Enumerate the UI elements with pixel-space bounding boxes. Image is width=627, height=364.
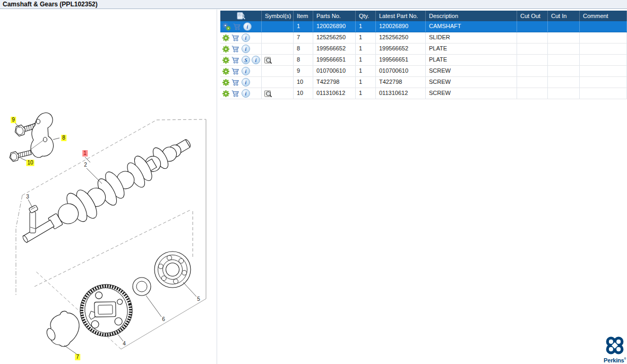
page-title: Camshaft & Gears (PPL102352) xyxy=(0,0,627,9)
info-icon[interactable]: i xyxy=(252,56,260,64)
cell-cut_out xyxy=(517,44,548,54)
app-window: Camshaft & Gears (PPL102352) xyxy=(0,0,627,364)
gear-icon[interactable] xyxy=(222,90,229,97)
cell-cut_out xyxy=(517,21,548,32)
info-icon[interactable]: i xyxy=(242,33,250,42)
cart-icon[interactable] xyxy=(231,79,240,86)
cart-icon[interactable] xyxy=(231,56,240,64)
perkins-logo: Perkins® xyxy=(603,335,626,363)
cart-icon[interactable] xyxy=(231,34,240,41)
parts-table-body: i11200268901120026890CAMSHAFTi7125256250… xyxy=(220,21,627,99)
info-icon[interactable]: i xyxy=(242,78,250,86)
cell-comment xyxy=(580,66,627,76)
cell-cut_in xyxy=(548,55,580,65)
cell-icons: i xyxy=(220,66,262,76)
cell-parts_no: 199566652 xyxy=(313,44,356,54)
cell-item: 9 xyxy=(294,66,313,76)
cell-cut_in xyxy=(548,88,580,99)
table-row[interactable]: i71252562501125256250SLIDER xyxy=(220,32,627,44)
parts-table: Symbol(s)ItemParts No.Qty.Latest Part No… xyxy=(220,11,627,99)
table-row[interactable]: i81995666521199566652PLATE xyxy=(220,44,627,55)
book-magnifier-icon[interactable] xyxy=(264,90,273,98)
cell-description: SCREW xyxy=(426,66,517,76)
cart-icon[interactable] xyxy=(231,90,240,97)
table-row[interactable]: i100113106121011310612SCREW xyxy=(220,88,627,99)
diagram-callout-9[interactable]: 9 xyxy=(11,117,16,123)
cell-parts_no: 120026890 xyxy=(313,21,356,32)
info-icon[interactable]: i xyxy=(242,45,250,53)
cell-symbol xyxy=(262,32,294,43)
info-icon[interactable]: i xyxy=(243,22,252,31)
cell-cut_out xyxy=(517,32,548,43)
cell-item: 10 xyxy=(294,77,313,88)
cell-latest_part_no: T422798 xyxy=(376,77,426,88)
info-icon[interactable]: i xyxy=(242,67,250,75)
cell-qty: 1 xyxy=(356,55,376,65)
table-row[interactable]: Si81995666511199566651PLATE xyxy=(220,55,627,66)
cell-item: 8 xyxy=(294,55,313,65)
cell-cut_in xyxy=(548,66,580,76)
cart-icon[interactable] xyxy=(231,67,240,75)
column-header-symbol: Symbol(s) xyxy=(262,11,294,21)
cell-symbol xyxy=(262,55,294,65)
gear-icon[interactable] xyxy=(222,68,229,75)
diagram-callout-10[interactable]: 10 xyxy=(26,160,34,166)
cell-icons: i xyxy=(220,77,262,88)
table-row[interactable]: i11200268901120026890CAMSHAFT xyxy=(220,21,627,32)
gear-icon[interactable] xyxy=(222,34,229,41)
cell-parts_no: 199566651 xyxy=(313,55,356,65)
gear-icon[interactable] xyxy=(222,79,229,86)
parts-diagram[interactable]: 98101237465 xyxy=(0,10,217,364)
cell-cut_out xyxy=(517,88,548,99)
diagram-callout-7[interactable]: 7 xyxy=(75,354,80,360)
column-header-qty: Qty. xyxy=(356,11,376,21)
diagram-callout-8[interactable]: 8 xyxy=(61,135,66,141)
cell-symbol xyxy=(262,44,294,54)
cell-icons: Si xyxy=(220,55,262,65)
column-header-item: Item xyxy=(294,11,313,21)
cell-icons: i xyxy=(220,21,262,32)
column-header-latest_part_no: Latest Part No. xyxy=(376,11,426,21)
cell-latest_part_no: 199566652 xyxy=(376,44,426,54)
diagram-callout-1[interactable]: 1 xyxy=(82,150,88,157)
cart-icon[interactable] xyxy=(233,23,242,30)
slider-drawing xyxy=(49,311,79,346)
column-header-comment: Comment xyxy=(580,11,627,21)
book-magnifier-icon[interactable] xyxy=(264,56,273,64)
keyway-drawing xyxy=(30,212,36,233)
cell-cut_in xyxy=(548,44,580,54)
cell-qty: 1 xyxy=(356,21,376,32)
cell-item: 7 xyxy=(294,32,313,43)
table-row[interactable]: i90107006101010700610SCREW xyxy=(220,66,627,77)
cart-icon[interactable] xyxy=(231,45,240,53)
diagram-callout-2[interactable]: 2 xyxy=(83,162,88,168)
panel-splitter[interactable] xyxy=(217,10,217,364)
gears-icon[interactable] xyxy=(222,23,231,31)
diagram-callout-3[interactable]: 3 xyxy=(25,194,30,200)
table-row[interactable]: i10T4227981T422798SCREW xyxy=(220,77,627,88)
column-header-parts_no: Parts No. xyxy=(313,11,356,21)
column-header-cut_out: Cut Out xyxy=(517,11,548,21)
cell-parts_no: 011310612 xyxy=(313,88,356,99)
diagram-callout-4[interactable]: 4 xyxy=(122,341,127,347)
cell-item: 8 xyxy=(294,44,313,54)
cell-latest_part_no: 120026890 xyxy=(376,21,426,32)
info-icon[interactable]: i xyxy=(242,89,250,98)
substitute-icon[interactable]: S xyxy=(242,56,250,64)
cell-symbol xyxy=(262,88,294,99)
plate-drawing xyxy=(31,113,54,158)
cell-icons: i xyxy=(220,32,262,43)
bearing-drawing xyxy=(154,252,191,288)
cell-description: PLATE xyxy=(426,44,517,54)
cell-qty: 1 xyxy=(356,44,376,54)
cell-icons: i xyxy=(220,44,262,54)
cell-qty: 1 xyxy=(356,88,376,99)
cell-parts_no: 125256250 xyxy=(313,32,356,43)
gear-icon[interactable] xyxy=(222,57,229,64)
diagram-callout-5[interactable]: 5 xyxy=(196,296,201,302)
cell-cut_in xyxy=(548,77,580,88)
gear-icon[interactable] xyxy=(222,46,229,53)
cell-cut_out xyxy=(517,66,548,76)
diagram-callout-6[interactable]: 6 xyxy=(161,316,166,323)
column-header-cut_in: Cut In xyxy=(548,11,580,21)
